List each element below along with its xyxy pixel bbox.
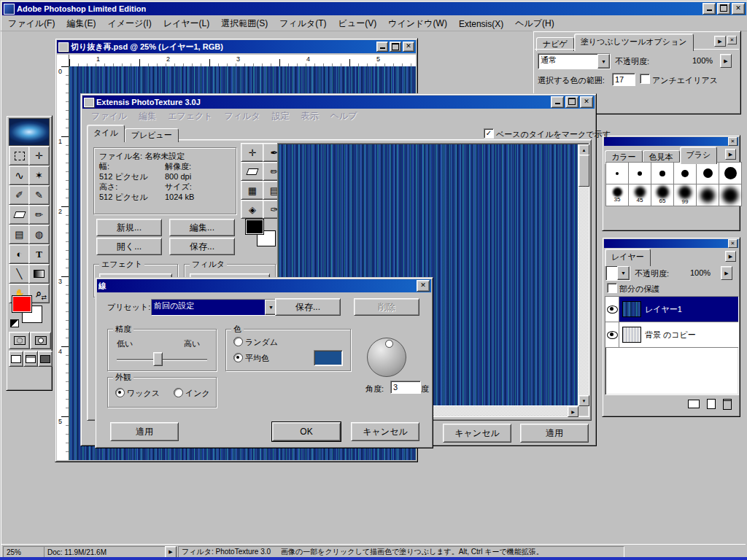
scroll-up-icon[interactable] [578,144,589,155]
pt-menu-view[interactable]: 表示 [295,109,325,124]
default-colors-icon[interactable] [10,319,19,327]
menu-select[interactable]: 選択範囲(S) [215,16,274,31]
mark-base-tile-checkbox[interactable] [484,128,494,139]
tab-tile[interactable]: タイル [87,125,125,142]
pt-move-tool-icon[interactable] [241,143,264,162]
new-layer-icon[interactable] [707,399,716,409]
tab-layers[interactable]: レイヤー [605,249,651,266]
angle-dial[interactable] [367,338,406,377]
pt-minimize-icon[interactable] [551,96,564,108]
minimize-icon[interactable] [703,3,716,15]
zoom-level[interactable]: 25% [3,546,47,558]
toolbox[interactable]: ⇄ [6,115,53,391]
layer-row[interactable]: 背景 のコピー [605,322,738,348]
line-dialog-titlebar[interactable]: 線 [97,279,431,292]
swap-colors-icon[interactable]: ⇄ [41,294,47,301]
rubber-stamp-tool-icon[interactable] [9,225,30,244]
line-tool-icon[interactable] [9,264,30,284]
pt-menu-filter[interactable]: フィルタ [219,109,266,124]
menu-image[interactable]: イメージ(I) [101,16,157,31]
pt-menu-file[interactable]: ファイル [85,109,133,124]
brush-preset[interactable] [651,163,673,184]
fullscreen-menubar-icon[interactable] [23,351,38,367]
pt-maximize-icon[interactable] [565,96,578,108]
airbrush-tool-icon[interactable] [9,185,30,205]
pt-cancel-button[interactable]: キャンセル [443,424,511,443]
pt-menu-settings[interactable]: 設定 [266,109,295,124]
pencil-tool-icon[interactable] [28,205,50,225]
menu-help[interactable]: ヘルプ(H) [509,16,560,31]
brush-preset[interactable] [697,163,719,184]
pt-eraser-tool-icon[interactable] [241,162,264,181]
tab-preview[interactable]: プレビュー [125,128,179,142]
options-close-icon[interactable] [727,36,737,44]
menu-filter[interactable]: フィルタ(T) [274,16,332,31]
pt-menu-help[interactable]: ヘルプ [325,109,363,124]
quick-mask-mode-icon[interactable] [30,332,51,349]
menu-view[interactable]: ビュー(V) [333,16,383,31]
average-color-radio[interactable] [233,353,243,362]
move-tool-icon[interactable] [28,146,50,166]
average-color-swatch[interactable] [314,350,343,366]
brush-preset[interactable] [719,163,741,184]
dropdown-arrow-icon[interactable] [617,266,630,280]
dodge-tool-icon[interactable] [9,244,30,264]
trash-icon[interactable] [723,399,732,410]
angle-input[interactable] [390,381,421,394]
blend-mode-dropdown[interactable]: 通常 [538,53,611,69]
menu-window[interactable]: ウインドウ(W) [382,16,453,31]
menu-file[interactable]: ファイル(F) [2,16,61,31]
standard-mode-icon[interactable] [9,332,30,349]
pt-foreground-color-swatch[interactable] [245,219,264,235]
phototexture-titlebar[interactable]: Extensis PhotoTexture 3.0J [82,96,595,109]
tab-brushes[interactable]: ブラシ [680,147,718,164]
app-titlebar[interactable]: Adobe Photoshop Limited Edition [2,2,746,15]
tab-fill-tool-options[interactable]: 塗りつぶしツールオプション [574,34,694,51]
menu-extensis[interactable]: Extensis(X) [453,18,509,31]
layers-palette[interactable]: レイヤー 不透明度: 100% 部分の保護 レイヤー1 背景 のコピー [602,237,740,417]
brushes-palette[interactable]: カラー 色見本 ブラシ 35 45 65 99 [602,135,740,231]
brush-preset[interactable] [629,163,651,184]
brush-preset[interactable]: 99 [674,184,696,206]
line-dialog[interactable]: 線 プリセット: 前回の設定 保存... 削除 精度 低い 高い 色 ランダム … [95,277,433,448]
open-button[interactable]: 開く... [96,238,162,255]
brushes-close-icon[interactable] [728,137,738,146]
brush-preset[interactable]: 35 [606,184,628,206]
tolerance-input[interactable] [612,73,635,86]
antialias-checkbox[interactable] [640,74,650,84]
close-icon[interactable] [732,3,745,15]
brush-preset[interactable] [697,184,719,206]
scroll-down-icon[interactable] [578,395,589,406]
palette-menu-icon[interactable] [714,36,726,47]
ok-button[interactable]: OK [272,422,341,441]
pt-menu-effect[interactable]: エフェクト [162,109,218,124]
pt-pattern-tool-icon[interactable] [241,181,264,200]
marquee-tool-icon[interactable] [9,146,30,166]
dropdown-arrow-icon[interactable] [597,54,610,69]
visibility-toggle[interactable] [605,297,619,322]
precision-slider-thumb[interactable] [153,352,163,366]
layers-titlebar[interactable] [604,239,738,248]
status-popup-icon[interactable] [165,546,177,558]
type-tool-icon[interactable] [28,244,50,264]
gradient-tool-icon[interactable] [28,264,50,284]
pt-bucket-tool-icon[interactable] [241,200,264,219]
preset-dropdown[interactable]: 前回の設定 [151,299,278,316]
wax-radio[interactable] [115,388,125,397]
doc-minimize-icon[interactable] [376,42,388,52]
preview-vscrollbar[interactable] [578,144,588,406]
ink-radio[interactable] [174,388,183,397]
dialog-cancel-button[interactable]: キャンセル [351,422,419,441]
brushes-titlebar[interactable] [604,137,738,146]
menu-edit[interactable]: 編集(E) [61,16,101,31]
toolbox-logo[interactable] [9,118,50,146]
layer-row[interactable]: レイヤー1 [605,297,738,322]
add-mask-icon[interactable] [688,400,700,408]
angle-dial-knob[interactable] [385,340,393,348]
magic-wand-tool-icon[interactable] [28,166,50,185]
restore-icon[interactable] [717,3,730,15]
brushes-menu-icon[interactable] [725,149,736,160]
pt-close-icon[interactable] [580,96,593,108]
brush-preset[interactable]: 65 [651,184,673,206]
layer-blend-dropdown[interactable] [605,265,630,281]
